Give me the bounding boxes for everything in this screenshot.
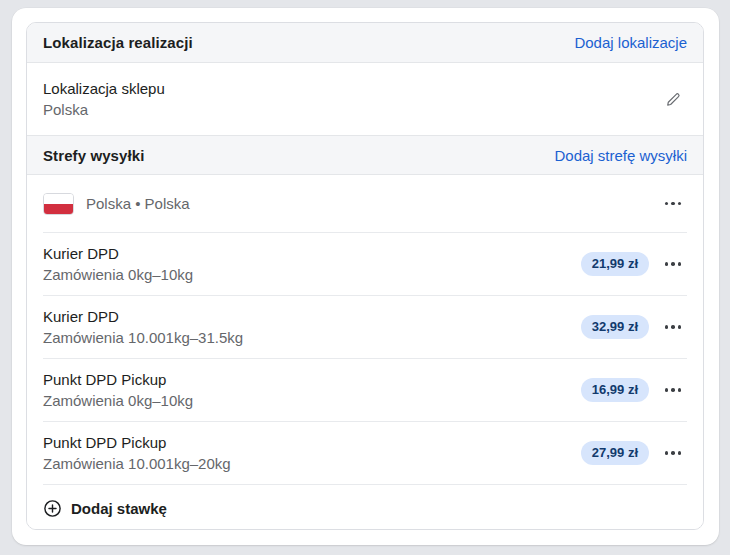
fulfillment-section-title: Lokalizacja realizacji	[43, 34, 193, 51]
shipping-rate-row: Punkt DPD Pickup Zamówienia 0kg–10kg 16,…	[27, 359, 703, 421]
rate-text: Kurier DPD Zamówienia 0kg–10kg	[43, 243, 193, 285]
pencil-icon	[665, 91, 682, 108]
rate-name: Punkt DPD Pickup	[43, 432, 231, 453]
shipping-settings-card: Lokalizacja realizacji Dodaj lokalizacje…	[26, 22, 704, 530]
price-badge: 32,99 zł	[581, 315, 649, 339]
add-rate-row: Dodaj stawkę	[27, 485, 703, 530]
rate-text: Punkt DPD Pickup Zamówienia 10.001kg–20k…	[43, 432, 231, 474]
store-location-value: Polska	[43, 99, 165, 120]
rate-name: Kurier DPD	[43, 243, 193, 264]
ellipsis-icon	[665, 325, 682, 329]
edit-store-location-button[interactable]	[659, 85, 687, 113]
ellipsis-icon	[665, 451, 682, 455]
rate-weight-range: Zamówienia 0kg–10kg	[43, 390, 193, 411]
rate-options-button[interactable]	[659, 313, 687, 341]
add-rate-button[interactable]: Dodaj stawkę	[43, 499, 167, 518]
rate-actions: 32,99 zł	[581, 313, 687, 341]
rate-actions: 21,99 zł	[581, 250, 687, 278]
rate-weight-range: Zamówienia 0kg–10kg	[43, 264, 193, 285]
rate-options-button[interactable]	[659, 250, 687, 278]
add-location-link[interactable]: Dodaj lokalizacje	[574, 34, 687, 51]
fulfillment-section-header: Lokalizacja realizacji Dodaj lokalizacje	[27, 23, 703, 63]
price-badge: 27,99 zł	[581, 441, 649, 465]
price-badge: 16,99 zł	[581, 378, 649, 402]
store-location-text: Lokalizacja sklepu Polska	[43, 78, 165, 120]
rate-weight-range: Zamówienia 10.001kg–31.5kg	[43, 327, 243, 348]
rate-actions: 16,99 zł	[581, 376, 687, 404]
ellipsis-icon	[665, 262, 682, 266]
shipping-rate-row: Kurier DPD Zamówienia 0kg–10kg 21,99 zł	[27, 233, 703, 295]
store-location-label: Lokalizacja sklepu	[43, 78, 165, 99]
shipping-rate-row: Punkt DPD Pickup Zamówienia 10.001kg–20k…	[27, 422, 703, 484]
zone-options-button[interactable]	[659, 190, 687, 218]
add-shipping-zone-link[interactable]: Dodaj strefę wysyłki	[554, 147, 687, 164]
rate-options-button[interactable]	[659, 439, 687, 467]
shipping-zones-section-header: Strefy wysyłki Dodaj strefę wysyłki	[27, 135, 703, 175]
store-location-row: Lokalizacja sklepu Polska	[27, 63, 703, 135]
shipping-rate-row: Kurier DPD Zamówienia 10.001kg–31.5kg 32…	[27, 296, 703, 358]
ellipsis-icon	[665, 202, 682, 206]
zone-label: Polska • Polska	[86, 195, 659, 212]
plus-circle-icon	[43, 499, 62, 518]
rate-options-button[interactable]	[659, 376, 687, 404]
rate-text: Punkt DPD Pickup Zamówienia 0kg–10kg	[43, 369, 193, 411]
rate-actions: 27,99 zł	[581, 439, 687, 467]
add-rate-label: Dodaj stawkę	[71, 500, 167, 517]
poland-flag-icon	[43, 193, 74, 215]
settings-panel: Lokalizacja realizacji Dodaj lokalizacje…	[12, 8, 719, 545]
price-badge: 21,99 zł	[581, 252, 649, 276]
shipping-zone-row: Polska • Polska	[27, 175, 703, 232]
rate-weight-range: Zamówienia 10.001kg–20kg	[43, 453, 231, 474]
shipping-zones-section-title: Strefy wysyłki	[43, 147, 144, 164]
rate-text: Kurier DPD Zamówienia 10.001kg–31.5kg	[43, 306, 243, 348]
rate-name: Punkt DPD Pickup	[43, 369, 193, 390]
ellipsis-icon	[665, 388, 682, 392]
rate-name: Kurier DPD	[43, 306, 243, 327]
